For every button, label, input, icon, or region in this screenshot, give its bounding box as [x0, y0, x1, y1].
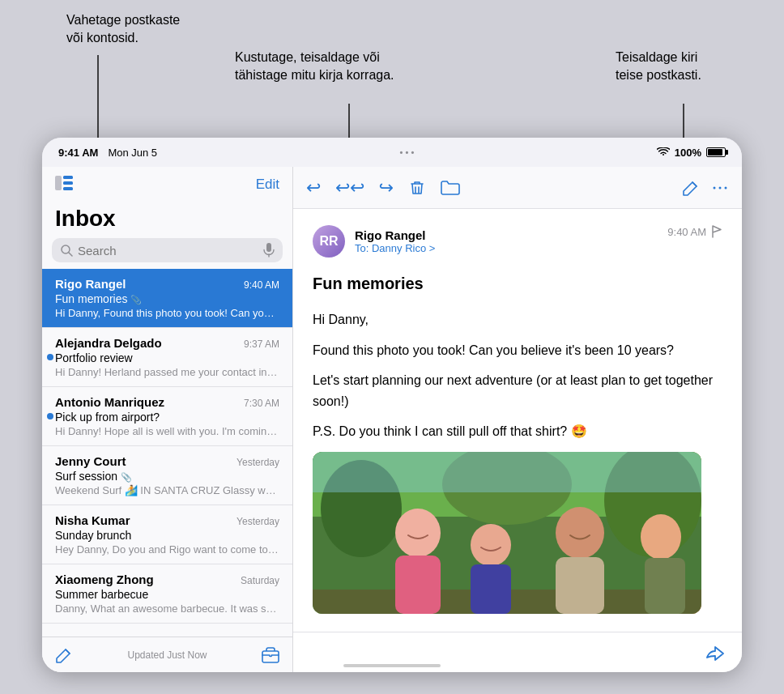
email-item-header: Xiaomeng Zhong Saturday	[55, 573, 279, 586]
email-body: Fun memories Hi Danny, Found this photo …	[313, 270, 722, 614]
email-time: Saturday	[241, 575, 279, 586]
status-dots: • • •	[400, 147, 415, 157]
mailboxes-icon[interactable]	[262, 646, 279, 664]
callout-top-middle: Kustutage, teisaldage või tähistage mitu…	[235, 49, 394, 85]
wifi-icon	[657, 147, 670, 157]
svg-line-5	[69, 253, 72, 256]
email-list-item[interactable]: Nisha Kumar Yesterday Sunday brunch Hey …	[42, 505, 292, 564]
email-list-item[interactable]: Alejandra Delgado 9:37 AM Portfolio revi…	[42, 328, 292, 387]
mic-icon[interactable]	[263, 243, 275, 258]
search-icon	[60, 244, 73, 257]
svg-rect-17	[313, 452, 701, 492]
email-subject-list: Summer barbecue	[55, 588, 279, 601]
status-bar: 9:41 AM Mon Jun 5 • • • 100%	[42, 138, 742, 167]
email-subject-list: Portfolio review	[55, 351, 279, 364]
attachment-icon: 📎	[121, 472, 132, 482]
home-indicator	[343, 664, 441, 667]
svg-rect-26	[645, 558, 685, 614]
svg-point-10	[719, 186, 722, 189]
inbox-title: Inbox	[42, 202, 292, 238]
battery-icon	[706, 147, 726, 157]
email-item-header: Jenny Court Yesterday	[55, 454, 279, 468]
right-panel: ↩ ↩↩ ↩	[293, 167, 742, 672]
svg-rect-22	[471, 564, 511, 614]
reply-bar-icon[interactable]	[705, 643, 726, 662]
svg-point-19	[395, 509, 441, 557]
email-preview: Hi Danny, Found this photo you took! Can…	[55, 307, 279, 319]
email-subject-list: Pick up from airport?	[55, 411, 279, 424]
email-time: 9:37 AM	[244, 338, 279, 350]
email-preview: Hi Danny! Hope all is well with you. I'm…	[55, 425, 279, 437]
email-body-line-4: P.S. Do you think I can still pull off t…	[313, 421, 722, 442]
email-sender: Jenny Court	[55, 454, 126, 468]
email-list-item[interactable]: Xiaomeng Zhong Saturday Summer barbecue …	[42, 564, 292, 624]
app-layout: Edit Inbox Rigo Ra	[42, 167, 742, 672]
status-time: 9:41 AM Mon Jun 5	[58, 147, 157, 159]
flag-icon	[711, 225, 722, 238]
email-preview: Hi Danny! Herland passed me your contact…	[55, 366, 279, 378]
updated-text: Updated Just Now	[127, 649, 207, 661]
unread-dot	[47, 413, 53, 419]
attachment-icon: 📎	[130, 295, 142, 304]
email-sender: Alejandra Delgado	[55, 336, 162, 350]
email-body-line-2: Found this photo you took! Can you belie…	[313, 340, 722, 361]
right-toolbar: ↩ ↩↩ ↩	[293, 167, 742, 209]
email-meta-time: 9:40 AM	[667, 225, 722, 238]
delete-icon[interactable]	[408, 179, 426, 197]
svg-point-9	[714, 186, 716, 189]
svg-rect-1	[63, 176, 73, 179]
folder-icon[interactable]	[441, 180, 460, 196]
unread-dot	[47, 354, 53, 360]
email-content: RR Rigo Rangel To: Danny Rico > 9:40 AM	[293, 209, 742, 632]
svg-point-23	[556, 507, 604, 559]
edit-button[interactable]: Edit	[256, 177, 279, 193]
email-time: Yesterday	[236, 516, 279, 527]
svg-rect-24	[556, 557, 604, 614]
callout-line-left	[97, 55, 99, 139]
svg-rect-2	[63, 181, 73, 185]
search-input[interactable]	[78, 244, 258, 258]
email-item-header: Nisha Kumar Yesterday	[55, 513, 279, 527]
email-subject-list: Surf session📎	[55, 470, 279, 483]
callout-top-left: Vahetage postkaste või kontosid.	[66, 11, 180, 48]
callout-line-right	[683, 104, 684, 141]
email-list-item[interactable]: Antonio Manriquez 7:30 AM Pick up from a…	[42, 387, 292, 446]
email-header-row: RR Rigo Rangel To: Danny Rico > 9:40 AM	[313, 225, 722, 258]
avatar: RR	[313, 225, 345, 258]
svg-rect-20	[395, 556, 441, 614]
svg-rect-3	[63, 187, 73, 190]
email-time: 7:30 AM	[244, 398, 279, 409]
email-header-left: RR Rigo Rangel To: Danny Rico >	[313, 225, 435, 258]
email-preview: Hey Danny, Do you and Rigo want to come …	[55, 543, 279, 556]
compose-icon-right[interactable]	[682, 179, 700, 197]
email-from: Rigo Rangel	[355, 228, 435, 242]
email-preview: Danny, What an awesome barbecue. It was …	[55, 602, 279, 615]
more-icon[interactable]	[711, 179, 729, 197]
svg-rect-0	[55, 176, 62, 190]
compose-icon-left[interactable]	[55, 646, 73, 664]
email-body-line-3: Let's start planning our next adventure …	[313, 370, 722, 411]
email-sender-info: Rigo Rangel To: Danny Rico >	[355, 228, 435, 254]
reply-icon[interactable]: ↩	[306, 177, 321, 198]
email-subject-list: Sunday brunch	[55, 529, 279, 542]
email-list-item[interactable]: Jenny Court Yesterday Surf session📎 Week…	[42, 446, 292, 505]
callout-top-right: Teisaldage kiri teise postkasti.	[616, 49, 701, 85]
email-list-item[interactable]: Rigo Rangel 9:40 AM Fun memories📎 Hi Dan…	[42, 269, 292, 328]
sidebar-toggle-icon[interactable]	[55, 176, 73, 194]
email-item-header: Rigo Rangel 9:40 AM	[55, 277, 279, 291]
ipad-frame: 9:41 AM Mon Jun 5 • • • 100%	[42, 138, 742, 672]
email-body-line-1: Hi Danny,	[313, 309, 722, 330]
email-sender: Nisha Kumar	[55, 513, 130, 527]
email-to[interactable]: To: Danny Rico >	[355, 242, 435, 254]
email-subject-list: Fun memories📎	[55, 292, 279, 305]
toolbar-right	[682, 179, 729, 197]
reply-all-icon[interactable]: ↩↩	[335, 177, 364, 198]
left-bottom-bar: Updated Just Now	[42, 637, 292, 672]
email-time: 9:40 AM	[244, 279, 279, 291]
forward-icon[interactable]: ↩	[379, 177, 394, 198]
svg-point-25	[641, 514, 681, 560]
svg-point-21	[471, 524, 511, 566]
email-sender: Rigo Rangel	[55, 277, 126, 291]
search-bar[interactable]	[52, 238, 283, 262]
email-photo	[313, 452, 701, 614]
